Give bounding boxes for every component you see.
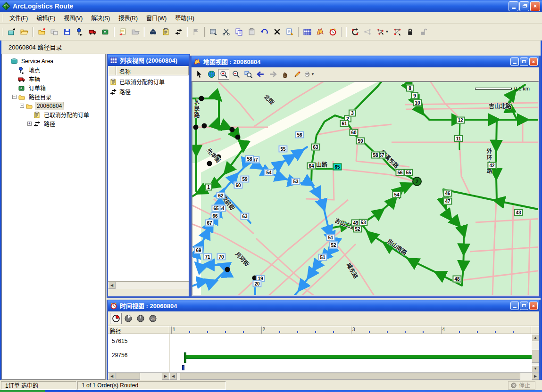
time-route-column-header[interactable]: 路径 bbox=[108, 326, 169, 334]
time-scale-1[interactable] bbox=[110, 313, 122, 324]
map-stop-marker-63[interactable]: 63 bbox=[311, 144, 320, 151]
map-stop-marker-62[interactable]: 62 bbox=[216, 192, 225, 199]
delete-button[interactable] bbox=[271, 26, 283, 38]
map-stop-marker-43[interactable]: 43 bbox=[514, 209, 523, 216]
close-button[interactable]: × bbox=[530, 1, 540, 11]
map-view-titlebar[interactable]: 地图视图 : 20060804 × bbox=[192, 56, 539, 67]
scroll-right-arrow[interactable]: ▶ bbox=[532, 373, 539, 380]
time-minimize-button[interactable] bbox=[510, 302, 519, 310]
tree-item-地点[interactable]: 地点 bbox=[2, 65, 105, 74]
title-bar[interactable]: ArcLogistics Route × bbox=[0, 0, 542, 12]
map-stop-marker-52[interactable]: 52 bbox=[329, 242, 338, 249]
map-stop-marker-59[interactable]: 59 bbox=[356, 138, 365, 145]
menu-r[interactable]: 报表(R) bbox=[114, 12, 142, 23]
map-stop-marker-46[interactable]: 46 bbox=[443, 190, 452, 197]
locations-button[interactable] bbox=[74, 26, 86, 38]
tree-item-已取消分配的订单[interactable]: 已取消分配的订单 bbox=[2, 110, 105, 119]
undo-button[interactable] bbox=[258, 26, 270, 38]
select-tool[interactable] bbox=[193, 69, 205, 80]
map-stop-marker-65[interactable]: 65 bbox=[211, 205, 220, 212]
properties-button[interactable] bbox=[208, 26, 219, 38]
tree-expander[interactable]: − bbox=[20, 104, 24, 108]
map-stop-marker-55[interactable]: 55 bbox=[278, 146, 287, 153]
minimize-button[interactable] bbox=[509, 1, 518, 11]
zoom-to-selected-tool[interactable] bbox=[242, 69, 254, 80]
map-stop-marker-58[interactable]: 58 bbox=[245, 155, 254, 163]
scroll-right-arrow[interactable]: ▶ bbox=[162, 373, 169, 380]
pan-tool[interactable] bbox=[279, 69, 291, 80]
map-stop-marker-69[interactable]: 69 bbox=[194, 247, 203, 254]
new-routing-folder-button[interactable] bbox=[6, 26, 17, 38]
menu-s[interactable]: 解决(S) bbox=[87, 12, 114, 23]
map-minimize-button[interactable] bbox=[510, 57, 519, 66]
menu-h[interactable]: 帮助(H) bbox=[171, 12, 199, 23]
map-stop-marker-56[interactable]: 56 bbox=[295, 131, 304, 139]
map-stop-marker-64[interactable]: 64 bbox=[307, 163, 316, 170]
menu-e[interactable]: 编辑(E) bbox=[32, 12, 59, 23]
vehicles-button[interactable] bbox=[87, 26, 99, 38]
routes-button[interactable] bbox=[173, 26, 184, 38]
map-stop-marker-56[interactable]: 56 bbox=[395, 169, 404, 176]
tree-expander[interactable]: + bbox=[27, 122, 32, 126]
list-header-blank[interactable] bbox=[108, 66, 116, 75]
map-stop-marker-12[interactable]: 12 bbox=[456, 117, 465, 124]
time-scale-3[interactable] bbox=[134, 313, 146, 324]
map-stop-marker-60[interactable]: 60 bbox=[349, 129, 358, 136]
menu-f[interactable]: 文件(F) bbox=[5, 12, 32, 23]
tree-item-20060804[interactable]: −20060804 bbox=[2, 101, 105, 110]
time-view-button[interactable] bbox=[327, 26, 339, 38]
map-stop-marker-71[interactable]: 71 bbox=[203, 253, 212, 261]
menu-grip[interactable] bbox=[2, 14, 3, 22]
scroll-track[interactable] bbox=[116, 282, 189, 289]
tree-expander[interactable]: − bbox=[12, 95, 17, 99]
list-row-已取消分配的订单[interactable]: 已取消分配的订单 bbox=[108, 77, 189, 87]
open-button[interactable] bbox=[18, 26, 30, 38]
map-stop-marker-47[interactable]: 47 bbox=[443, 198, 452, 205]
find-button[interactable] bbox=[147, 26, 159, 38]
map-stop-marker-54[interactable]: 54 bbox=[392, 191, 401, 198]
list-header-name[interactable]: 名称 bbox=[116, 66, 189, 75]
scroll-up-arrow[interactable]: ▲ bbox=[532, 334, 539, 341]
map-stop-marker-1[interactable]: 1 bbox=[205, 184, 212, 191]
menu-w[interactable]: 窗口(W) bbox=[142, 12, 171, 23]
tree-item-路径[interactable]: +路径 bbox=[2, 119, 105, 128]
scroll-left-arrow[interactable]: ◀ bbox=[108, 282, 116, 289]
map-stop-marker-61[interactable]: 61 bbox=[340, 120, 349, 127]
dropdown-caret-icon[interactable]: ▼ bbox=[311, 72, 315, 76]
toolbar-grip[interactable] bbox=[2, 28, 3, 36]
time-scale-2[interactable] bbox=[122, 313, 134, 324]
map-close-button[interactable]: × bbox=[529, 57, 538, 66]
list-view-button[interactable] bbox=[301, 26, 313, 38]
time-maximize-button[interactable] bbox=[520, 302, 528, 310]
map-stop-marker-53[interactable]: 53 bbox=[291, 178, 300, 185]
route-gantt-bar[interactable] bbox=[186, 355, 532, 359]
cut-button[interactable] bbox=[220, 26, 232, 38]
map-stop-marker-51[interactable]: 51 bbox=[318, 254, 327, 261]
map-stop-marker-3[interactable]: 3 bbox=[349, 110, 356, 117]
select-by-route-button[interactable]: ▼ bbox=[375, 26, 391, 38]
save-button[interactable] bbox=[61, 26, 73, 38]
previous-extent-tool[interactable] bbox=[255, 69, 266, 80]
map-stop-marker-65[interactable]: 65 bbox=[333, 163, 342, 171]
timeline-hscrollbar[interactable]: ◀ ▶ bbox=[169, 373, 539, 380]
map-maximize-button[interactable] bbox=[520, 57, 528, 66]
map-stop-marker-42[interactable]: 42 bbox=[487, 162, 496, 169]
scroll-left-arrow[interactable]: ◀ bbox=[108, 373, 116, 380]
map-stop-marker-55[interactable]: 55 bbox=[404, 169, 413, 176]
map-stop-marker-9[interactable]: 9 bbox=[411, 92, 418, 99]
map-stop-marker-58[interactable]: 58 bbox=[371, 152, 380, 159]
new-folder-button[interactable] bbox=[36, 26, 48, 38]
map-stop-marker-70[interactable]: 70 bbox=[217, 253, 225, 261]
map-stop-marker-20[interactable]: 20 bbox=[252, 280, 261, 287]
depot-marker[interactable]: 2 bbox=[412, 177, 422, 186]
time-close-button[interactable]: × bbox=[529, 302, 538, 310]
map-stop-marker-63[interactable]: 63 bbox=[240, 213, 249, 220]
map-stop-marker-48[interactable]: 48 bbox=[452, 276, 461, 283]
route-row-label-29756[interactable]: 29756 bbox=[112, 352, 127, 359]
copy-button[interactable] bbox=[233, 26, 245, 38]
tree-item-service-area[interactable]: Service Area bbox=[2, 57, 105, 65]
time-vscrollbar[interactable]: ▲ ▼ bbox=[532, 334, 539, 372]
print-tool[interactable]: ▼ bbox=[304, 69, 315, 80]
vscroll-thumb[interactable] bbox=[532, 350, 539, 363]
orders-list-button[interactable] bbox=[160, 26, 172, 38]
